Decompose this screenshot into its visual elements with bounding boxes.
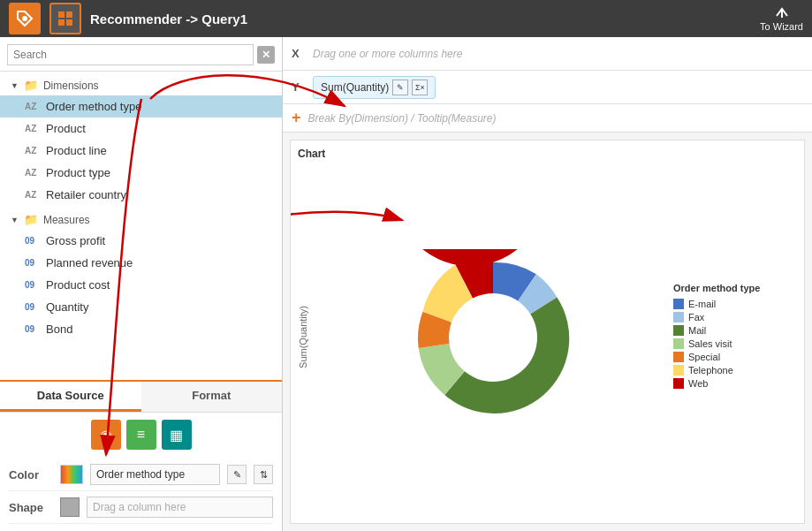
config-panel: ◉ ≡ ▦ Color Order method type ✎ ⇅ Shape … [0, 412, 282, 531]
dimensions-folder-icon: 📁 [24, 79, 38, 92]
left-panel: ✕ ▼ 📁 Dimensions AZ Order method type AZ… [0, 37, 283, 531]
x-axis-label: X [292, 47, 306, 60]
color-label: Color [9, 468, 53, 482]
y-axis-label: Y [292, 80, 306, 94]
main-layout: ✕ ▼ 📁 Dimensions AZ Order method type AZ… [0, 37, 812, 531]
measures-section-label: ▼ 📁 Measures [0, 209, 282, 230]
legend-color-mail [673, 325, 684, 336]
tree-item-order-method-type[interactable]: AZ Order method type [0, 95, 282, 118]
wizard-button[interactable]: To Wizard [760, 5, 803, 32]
tree-item-gross-profit[interactable]: 09 Gross profit [0, 230, 282, 252]
y-axis-chart-label: Sum(Quantity) [298, 306, 308, 368]
svg-rect-1 [58, 11, 65, 18]
chart-content: Sum(Quantity) [298, 163, 797, 511]
type-badge-num: 09 [25, 236, 41, 246]
x-drop-zone[interactable]: Drag one or more columns here [313, 48, 803, 60]
legend-item-web: Web [673, 378, 797, 389]
y-axis-row: Y Sum(Quantity) ✎ Σ× [283, 71, 812, 104]
type-badge-az: AZ [25, 102, 41, 111]
chart-title: Chart [298, 148, 797, 160]
filter-button[interactable]: ≡ [126, 420, 156, 450]
page-title: Recommender -> Query1 [90, 11, 751, 27]
legend-item-fax: Fax [673, 312, 797, 322]
tree-list: ▼ 📁 Dimensions AZ Order method type AZ P… [0, 72, 282, 380]
svg-rect-3 [58, 19, 65, 26]
tree-item-product-cost[interactable]: 09 Product cost [0, 274, 282, 296]
tree-item-product-line[interactable]: AZ Product line [0, 140, 282, 162]
config-icons-row: ◉ ≡ ▦ [9, 420, 273, 450]
dimensions-section-label: ▼ 📁 Dimensions [0, 75, 282, 95]
chart-area: Chart Sum(Quantity) [290, 140, 805, 524]
legend-item-email: E-mail [673, 299, 797, 309]
legend-color-email [673, 299, 684, 309]
legend-color-special [673, 352, 684, 362]
collapse-triangle[interactable]: ▼ [11, 81, 19, 90]
plus-button[interactable]: + [292, 109, 301, 127]
type-badge-az: AZ [25, 168, 41, 178]
type-badge-az: AZ [25, 190, 41, 200]
tree-item-planned-revenue[interactable]: 09 Planned revenue [0, 252, 282, 274]
break-by-text: Break By(Dimension) / Tooltip(Measure) [308, 112, 497, 125]
legend-color-web [673, 378, 684, 389]
legend-title: Order method type [673, 283, 797, 293]
brand-icon [9, 3, 41, 34]
color-field[interactable]: Order method type [90, 464, 220, 485]
svg-point-6 [449, 293, 537, 382]
type-badge-num: 09 [25, 280, 41, 290]
shape-swatch [60, 497, 80, 517]
legend-item-telephone: Telephone [673, 365, 797, 375]
legend-item-sales-visit: Sales visit [673, 338, 797, 349]
svg-rect-2 [66, 11, 72, 18]
legend-item-mail: Mail [673, 325, 797, 336]
app-header: Recommender -> Query1 To Wizard [0, 0, 812, 37]
type-badge-num: 09 [25, 324, 41, 334]
legend-color-telephone [673, 365, 684, 375]
type-badge-az: AZ [25, 124, 41, 133]
type-badge-num: 09 [25, 258, 41, 268]
type-badge-az: AZ [25, 146, 41, 156]
tree-item-product[interactable]: AZ Product [0, 118, 282, 140]
donut-chart [312, 249, 673, 426]
chart-type-button[interactable]: ◉ [91, 420, 121, 450]
shape-field[interactable]: Drag a column here [87, 497, 273, 518]
x-axis-row: X Drag one or more columns here [283, 37, 812, 71]
measures-collapse-triangle[interactable]: ▼ [11, 216, 19, 224]
search-clear-button[interactable]: ✕ [257, 46, 275, 64]
y-pill-edit-icon[interactable]: ✎ [392, 80, 408, 95]
shape-row: Shape Drag a column here [9, 491, 273, 524]
y-pill-sigma-icon[interactable]: Σ× [412, 80, 428, 95]
svg-point-0 [22, 16, 27, 21]
legend-color-fax [673, 312, 684, 322]
chart-legend: Order method type E-mail Fax Mail [673, 283, 797, 391]
table-button[interactable]: ▦ [162, 420, 192, 450]
tree-item-bond[interactable]: 09 Bond [0, 318, 282, 340]
color-sort-icon[interactable]: ⇅ [254, 465, 273, 484]
color-row: Color Order method type ✎ ⇅ [9, 459, 273, 491]
donut-svg [405, 249, 581, 426]
svg-rect-4 [66, 19, 72, 26]
color-edit-icon[interactable]: ✎ [227, 465, 247, 484]
color-swatch[interactable] [60, 465, 83, 484]
search-bar: ✕ [0, 37, 282, 72]
module-icon[interactable] [49, 3, 81, 34]
tree-item-product-type[interactable]: AZ Product type [0, 162, 282, 184]
tree-item-retailer-country[interactable]: AZ Retailer country [0, 184, 282, 206]
legend-item-special: Special [673, 352, 797, 362]
type-badge-num: 09 [25, 302, 41, 312]
tab-data-source[interactable]: Data Source [0, 382, 141, 412]
break-by-row: + Break By(Dimension) / Tooltip(Measure) [283, 104, 812, 133]
search-input[interactable] [7, 44, 254, 65]
y-axis-pill[interactable]: Sum(Quantity) ✎ Σ× [313, 76, 436, 99]
bottom-tabs: Data Source Format [0, 380, 282, 412]
right-panel: X Drag one or more columns here Y Sum(Qu… [283, 37, 812, 531]
measures-folder-icon: 📁 [24, 213, 38, 226]
tab-format[interactable]: Format [141, 382, 283, 412]
legend-color-sales-visit [673, 338, 684, 349]
tree-item-quantity[interactable]: 09 Quantity [0, 296, 282, 318]
shape-label: Shape [9, 501, 53, 514]
